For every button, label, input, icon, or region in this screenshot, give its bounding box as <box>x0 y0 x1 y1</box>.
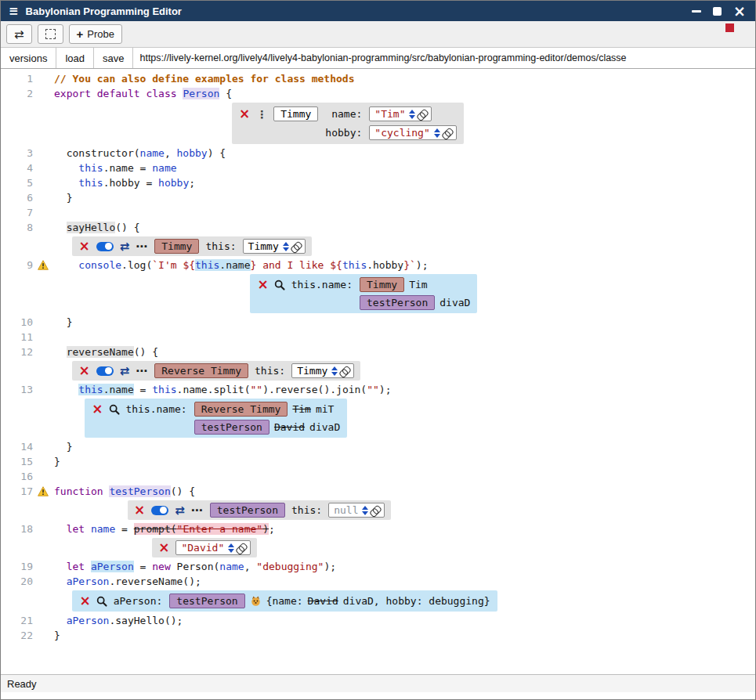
code-text[interactable]: } <box>54 454 60 469</box>
magnifier-icon[interactable] <box>108 403 120 415</box>
code-text[interactable]: this.name = name <box>54 161 177 175</box>
magnifier-icon[interactable] <box>274 279 286 290</box>
swap-button[interactable]: ⇄ <box>6 24 32 44</box>
toggle-on-icon[interactable] <box>96 366 114 376</box>
line-number: 22 <box>1 628 37 643</box>
code-text[interactable]: let name = prompt("Enter a name"); <box>54 521 275 536</box>
probe-value: miT <box>316 403 334 415</box>
code-text[interactable]: aPerson.sayHello(); <box>54 613 183 628</box>
code-text[interactable]: function testPerson() { <box>54 484 195 499</box>
minimize-icon[interactable] <box>692 5 701 16</box>
instance-badge[interactable]: Reverse Timmy <box>194 402 288 417</box>
code-text[interactable]: } <box>54 190 72 205</box>
link-icon[interactable] <box>293 241 300 251</box>
editor-lines: 1// You can also define examples for cla… <box>1 71 755 643</box>
ellipsis-icon[interactable]: ⋯ <box>136 364 148 378</box>
code-text[interactable]: reverseName() { <box>54 345 158 359</box>
code-text[interactable]: } <box>54 315 72 330</box>
code-text[interactable]: this.name = this.name.split("").reverse(… <box>54 382 392 397</box>
stepper-icon[interactable] <box>434 128 440 138</box>
gutter-slot <box>37 86 54 101</box>
code-text[interactable]: aPerson.reverseName(); <box>54 574 201 589</box>
stepper-icon[interactable] <box>362 506 368 515</box>
app-window: ≡ Babylonian Programming Editor × ⇄ + Pr… <box>0 0 756 700</box>
load-button[interactable]: load <box>56 48 94 68</box>
save-button[interactable]: save <box>94 48 133 68</box>
example-badge[interactable]: testPerson <box>194 420 269 435</box>
close-icon[interactable]: × <box>257 280 268 290</box>
example-badge[interactable]: testPerson <box>360 295 435 310</box>
this-label: this: <box>205 240 236 252</box>
code-token: Person( <box>177 561 220 572</box>
code-text[interactable]: // You can also define examples for clas… <box>54 71 355 86</box>
line-number: 4 <box>1 161 37 175</box>
select-button[interactable] <box>38 24 63 44</box>
code-token: aPerson <box>91 561 134 572</box>
link-icon[interactable] <box>342 366 349 376</box>
example-value-input[interactable]: "cycling" <box>369 125 456 140</box>
example-name-input[interactable]: Timmy <box>273 106 318 121</box>
gutter-slot <box>37 559 54 574</box>
this-reference-select[interactable]: Timmy <box>243 239 306 254</box>
example-badge[interactable]: testPerson <box>210 503 285 518</box>
drag-handle-icon[interactable]: ⋮ <box>256 108 267 121</box>
code-line: 21 aPerson.sayHello(); <box>1 613 755 628</box>
example-badge[interactable]: testPerson <box>169 594 244 608</box>
ellipsis-icon[interactable]: ⋯ <box>191 503 204 518</box>
versions-button[interactable]: versions <box>1 48 56 68</box>
this-reference-select[interactable]: Timmy <box>291 363 354 378</box>
window-close-icon[interactable]: × <box>733 5 746 16</box>
code-text[interactable]: let aPerson = new Person(name, "debuggin… <box>54 559 336 574</box>
close-icon[interactable]: × <box>134 505 145 515</box>
close-icon[interactable]: × <box>92 404 103 414</box>
link-icon[interactable] <box>444 128 451 138</box>
close-icon[interactable]: × <box>78 366 89 376</box>
ellipsis-icon[interactable]: ⋯ <box>136 240 148 254</box>
example-value-input[interactable]: "Tim" <box>369 106 432 121</box>
this-reference-select[interactable]: null <box>328 503 385 518</box>
code-token: } <box>54 441 72 453</box>
code-text[interactable]: console.log(`I'm ${this.name} and I like… <box>54 258 429 272</box>
code-token: "" <box>367 384 379 395</box>
toggle-on-icon[interactable] <box>96 242 114 251</box>
swap-icon[interactable]: ⇄ <box>175 503 185 518</box>
stepper-icon[interactable] <box>283 242 289 251</box>
gutter-slot <box>37 454 54 469</box>
code-text[interactable]: this.hobby = hobby; <box>54 175 195 190</box>
instance-badge[interactable]: Timmy <box>154 239 199 254</box>
link-icon[interactable] <box>238 543 245 553</box>
code-text[interactable]: export default class Person { <box>54 86 232 101</box>
code-token: } <box>54 192 72 204</box>
close-icon[interactable]: × <box>158 543 169 553</box>
maximize-icon[interactable] <box>713 5 722 16</box>
instance-badge[interactable]: Reverse Timmy <box>154 363 248 378</box>
close-icon[interactable]: × <box>79 596 90 606</box>
swap-icon[interactable]: ⇄ <box>120 364 130 378</box>
hamburger-menu-icon[interactable]: ≡ <box>9 4 19 18</box>
editor[interactable]: 1// You can also define examples for cla… <box>1 69 755 674</box>
red-resize-handle[interactable] <box>725 23 734 32</box>
replacement-value-input[interactable]: "David" <box>175 540 251 555</box>
code-text[interactable]: constructor(name, hobby) { <box>54 146 226 161</box>
close-icon[interactable]: × <box>78 241 89 251</box>
stepper-icon[interactable] <box>331 366 338 376</box>
stepper-icon[interactable] <box>409 110 415 119</box>
code-text[interactable]: } <box>54 439 72 454</box>
link-icon[interactable] <box>419 109 426 119</box>
widget-row: ×this.name:Reverse TimmyTimmiTtestPerson… <box>1 399 755 438</box>
code-text[interactable]: } <box>54 628 60 643</box>
code-text[interactable]: sayHello() { <box>54 220 140 235</box>
code-token: hobby <box>177 147 208 159</box>
stepper-icon[interactable] <box>228 543 234 553</box>
url-field[interactable]: https://lively-kernel.org/lively4/lively… <box>133 48 755 68</box>
close-icon[interactable]: × <box>239 109 250 119</box>
link-icon[interactable] <box>372 505 379 515</box>
code-token: "debugging" <box>256 561 324 572</box>
magnifier-icon[interactable] <box>96 595 108 607</box>
toggle-on-icon[interactable] <box>151 506 168 515</box>
plus-icon: + <box>77 27 84 41</box>
probe-button[interactable]: + Probe <box>69 24 122 44</box>
instance-badge[interactable]: Timmy <box>360 277 404 292</box>
swap-icon[interactable]: ⇄ <box>120 240 130 254</box>
code-token: let <box>67 561 91 572</box>
